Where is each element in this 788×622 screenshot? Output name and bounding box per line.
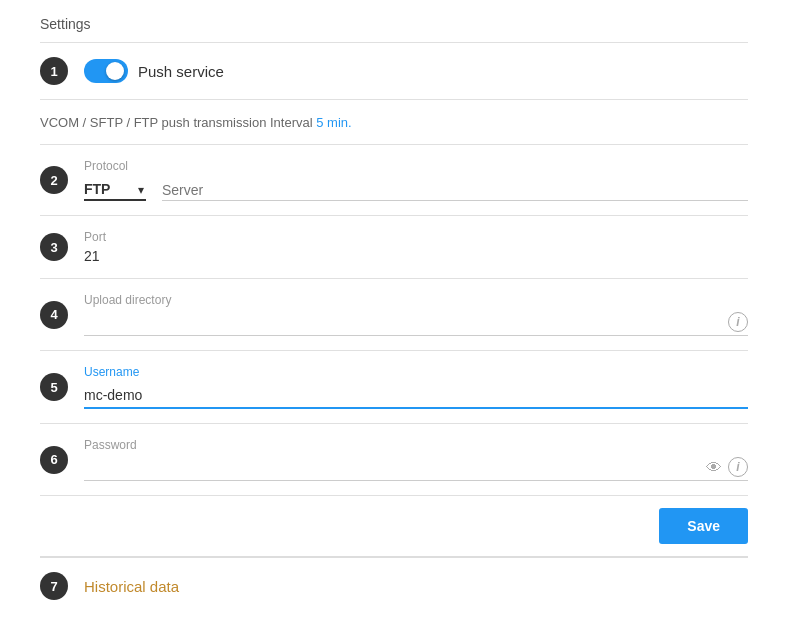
username-field: Username (84, 365, 748, 409)
port-section: 3 Port 21 (40, 216, 748, 279)
upload-dir-section: 4 Upload directory i (40, 279, 748, 351)
username-section: 5 Username (40, 351, 748, 424)
historical-section: 7 Historical data (40, 558, 748, 614)
protocol-label: Protocol (84, 159, 748, 173)
push-service-label: Push service (138, 63, 224, 80)
password-input[interactable] (84, 456, 748, 481)
interval-content: VCOM / SFTP / FTP push transmission Inte… (40, 114, 748, 130)
port-content: Port 21 (84, 230, 748, 264)
protocol-section: 2 Protocol FTP SFTP VCOM ▾ (40, 145, 748, 216)
upload-dir-field: Upload directory i (84, 293, 748, 336)
password-section: 6 Password 👁 i (40, 424, 748, 496)
password-label: Password (84, 438, 748, 452)
push-service-section: 1 Push service (40, 43, 748, 100)
save-button[interactable]: Save (659, 508, 748, 544)
protocol-inputs: FTP SFTP VCOM ▾ (84, 179, 748, 201)
password-info-icon[interactable]: i (728, 457, 748, 477)
port-value: 21 (84, 248, 748, 264)
interval-text: VCOM / SFTP / FTP push transmission Inte… (40, 115, 352, 130)
section-number-1: 1 (40, 57, 68, 85)
section-number-6: 6 (40, 446, 68, 474)
push-service-toggle[interactable] (84, 59, 128, 83)
save-row: Save (40, 496, 748, 558)
username-content: Username (84, 365, 748, 409)
password-field: Password 👁 i (84, 438, 748, 481)
protocol-row: Protocol FTP SFTP VCOM ▾ (84, 159, 748, 201)
section-number-7: 7 (40, 572, 68, 600)
historical-title: Historical data (84, 578, 179, 595)
push-service-content: Push service (84, 59, 748, 83)
upload-dir-content: Upload directory i (84, 293, 748, 336)
interval-section: VCOM / SFTP / FTP push transmission Inte… (40, 100, 748, 145)
protocol-select-wrapper: FTP SFTP VCOM ▾ (84, 179, 146, 201)
toggle-row: Push service (84, 59, 748, 83)
toggle-slider (84, 59, 128, 83)
interval-value: 5 min. (316, 115, 351, 130)
username-label: Username (84, 365, 748, 379)
upload-dir-input[interactable] (84, 311, 748, 336)
settings-title: Settings (40, 0, 748, 43)
username-input[interactable] (84, 383, 748, 409)
eye-icon[interactable]: 👁 (706, 459, 722, 477)
section-number-3: 3 (40, 233, 68, 261)
port-row: Port 21 (84, 230, 748, 264)
upload-dir-label: Upload directory (84, 293, 748, 307)
interval-label: VCOM / SFTP / FTP push transmission Inte… (40, 115, 313, 130)
protocol-content: Protocol FTP SFTP VCOM ▾ (84, 159, 748, 201)
historical-content: Historical data (84, 578, 748, 595)
section-number-4: 4 (40, 301, 68, 329)
port-label: Port (84, 230, 748, 244)
section-number-5: 5 (40, 373, 68, 401)
protocol-select[interactable]: FTP SFTP VCOM (84, 179, 146, 201)
password-content: Password 👁 i (84, 438, 748, 481)
info-icon[interactable]: i (728, 312, 748, 332)
section-number-2: 2 (40, 166, 68, 194)
server-input[interactable] (162, 180, 748, 201)
